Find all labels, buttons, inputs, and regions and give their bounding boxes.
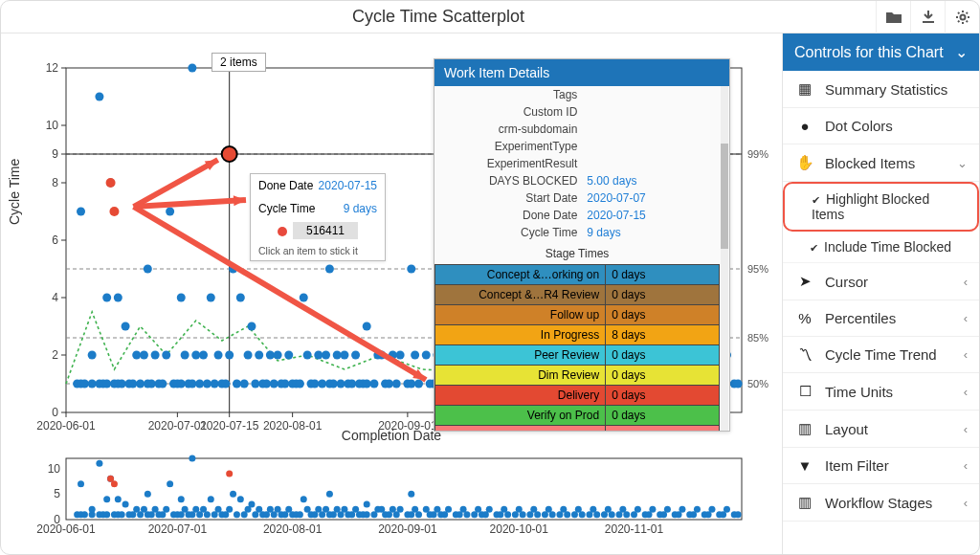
svg-point-396 [226, 471, 233, 477]
tooltip-done-value: 2020-07-15 [319, 179, 377, 192]
page-title: Cycle Time Scatterplot [1, 7, 876, 27]
svg-point-208 [734, 380, 743, 388]
svg-point-1 [960, 14, 965, 19]
svg-point-105 [280, 380, 289, 388]
svg-point-70 [158, 380, 167, 388]
ctl-item-filter[interactable]: ▼Item Filter‹ [783, 448, 979, 484]
ctl-percentiles[interactable]: %Percentiles‹ [783, 300, 979, 337]
svg-point-75 [177, 380, 186, 388]
download-icon[interactable] [910, 1, 945, 33]
stage-times-heading: Stage Times [434, 241, 720, 262]
svg-point-92 [233, 380, 241, 388]
ctl-dot-colors[interactable]: ●Dot Colors [783, 108, 979, 144]
svg-text:2020-11-01: 2020-11-01 [605, 522, 664, 536]
ctl-time-units[interactable]: ☐Time Units‹ [783, 373, 979, 411]
hover-count-badge: 2 items [212, 53, 266, 72]
ctl-cursor[interactable]: ➤Cursor‹ [783, 263, 979, 300]
svg-point-62 [132, 351, 141, 360]
percent-icon: % [796, 310, 813, 326]
svg-point-244 [122, 501, 129, 508]
svg-point-47 [88, 380, 97, 388]
svg-point-350 [520, 511, 526, 518]
chevron-left-icon: ‹ [964, 311, 968, 325]
ctl-workflow-stages[interactable]: ▥Workflow Stages‹ [783, 484, 979, 522]
ctl-label: Item Filter [825, 457, 889, 474]
svg-point-235 [96, 460, 102, 467]
svg-point-103 [274, 351, 282, 360]
gear-icon[interactable] [945, 1, 979, 33]
scrollbar[interactable] [721, 86, 728, 431]
svg-point-118 [325, 265, 334, 274]
svg-point-391 [724, 506, 730, 513]
svg-point-81 [191, 351, 200, 360]
svg-point-379 [664, 506, 671, 513]
svg-point-89 [221, 380, 230, 388]
work-item-details-panel: Work Item Details TagsCustom IDcrm-subdo… [434, 58, 730, 432]
svg-point-334 [445, 506, 452, 513]
mini-scatter-plot[interactable]: 05102020-06-012020-07-012020-08-012020-0… [5, 453, 778, 539]
svg-point-128 [363, 380, 371, 388]
svg-point-111 [303, 351, 312, 360]
ctl-label: Layout [825, 421, 868, 437]
svg-point-130 [369, 380, 378, 388]
svg-text:10: 10 [46, 119, 59, 132]
svg-point-278 [237, 496, 244, 502]
chevron-left-icon: ‹ [964, 275, 968, 289]
ctl-label: Cycle Time Trend [825, 346, 937, 363]
ctl-summary-statistics[interactable]: ▦Summary Statistics [783, 71, 979, 108]
svg-text:2020-09-01: 2020-09-01 [378, 522, 437, 536]
svg-point-143 [422, 351, 431, 360]
stage-times-table: Concept &…orking on0 daysConcept &…R4 Re… [434, 264, 720, 431]
ctl-include-blocked[interactable]: Include Time Blocked [783, 232, 979, 263]
ctl-label: Time Units [825, 384, 893, 400]
svg-point-368 [609, 511, 615, 518]
svg-point-58 [118, 380, 126, 388]
svg-point-93 [236, 294, 245, 302]
svg-point-129 [363, 322, 371, 331]
svg-point-87 [214, 351, 223, 360]
svg-point-48 [88, 351, 97, 360]
svg-point-114 [314, 351, 323, 360]
svg-point-72 [166, 208, 174, 216]
chevron-left-icon: ‹ [964, 385, 968, 399]
folder-icon[interactable] [876, 1, 910, 33]
svg-point-373 [635, 506, 641, 513]
controls-panel-header[interactable]: Controls for this Chart ⌄ [783, 33, 979, 71]
tooltip-item[interactable]: 516411 [251, 220, 385, 241]
svg-text:85%: 85% [747, 332, 768, 344]
ctl-blocked-items[interactable]: ✋Blocked Items⌄ [783, 144, 979, 182]
ctl-highlight-blocked[interactable]: Highlight Blocked Items [783, 182, 979, 232]
svg-point-67 [147, 380, 156, 388]
svg-text:9: 9 [52, 147, 58, 161]
svg-point-141 [411, 351, 419, 360]
svg-text:6: 6 [52, 233, 58, 247]
grid-icon: ▦ [796, 80, 813, 98]
main-scatter-plot[interactable]: 02468910122020-06-012020-07-012020-07-15… [5, 39, 778, 451]
svg-point-322 [397, 506, 404, 513]
svg-point-276 [230, 491, 236, 498]
ctl-layout[interactable]: ▥Layout‹ [783, 411, 979, 448]
svg-point-46 [80, 380, 89, 388]
svg-point-68 [151, 351, 160, 360]
point-tooltip: Done Date2020-07-15 Cycle Time9 days 516… [250, 173, 386, 261]
scrollbar-thumb[interactable] [721, 144, 728, 249]
controls-panel-title: Controls for this Chart [794, 44, 944, 61]
svg-point-101 [266, 351, 275, 360]
svg-text:2020-06-01: 2020-06-01 [36, 522, 96, 536]
svg-point-343 [486, 506, 493, 513]
svg-point-243 [119, 511, 125, 518]
svg-point-395 [111, 480, 118, 487]
svg-point-356 [549, 511, 556, 518]
svg-point-97 [251, 380, 259, 388]
ctl-label: Percentiles [825, 310, 896, 326]
svg-point-98 [255, 351, 263, 360]
tooltip-item-id: 516411 [293, 222, 358, 239]
svg-point-45 [77, 208, 85, 216]
svg-point-257 [167, 480, 173, 487]
svg-point-270 [208, 496, 214, 502]
tooltip-hint: Click an item to stick it [251, 241, 385, 260]
dot-icon: ● [796, 118, 813, 134]
ctl-trend[interactable]: 〽Cycle Time Trend‹ [783, 337, 979, 373]
svg-point-82 [195, 380, 204, 388]
svg-text:2: 2 [52, 348, 58, 362]
